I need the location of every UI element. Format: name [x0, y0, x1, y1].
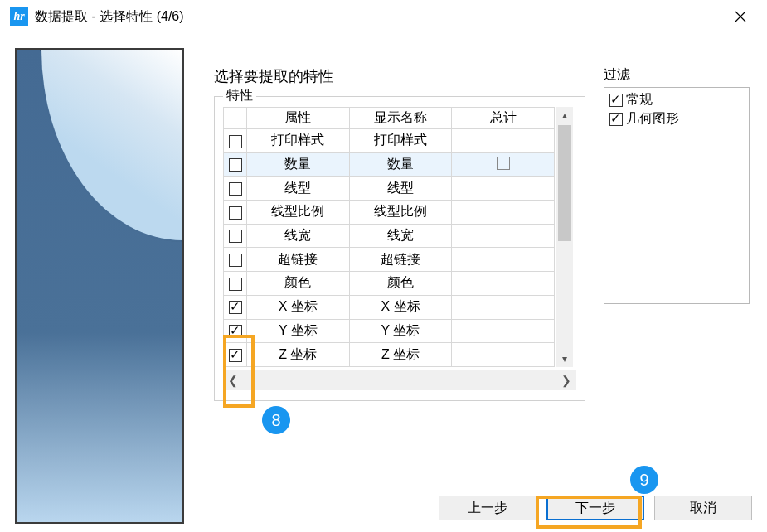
row-checkbox[interactable]: [229, 254, 242, 267]
footer-buttons: 上一步 下一步 取消: [439, 496, 752, 520]
cell-disp: X 坐标: [349, 295, 452, 319]
cell-total: [452, 319, 555, 343]
table-row[interactable]: 线型线型: [224, 177, 555, 201]
content-area: 选择要提取的特性 特性 属性 显示名称 总计 打印样式打印样式数量数量线型线型线…: [15, 48, 752, 484]
row-checkbox[interactable]: [229, 158, 242, 172]
filter-label: 过滤: [604, 66, 750, 84]
cell-total: [452, 248, 555, 272]
table-row[interactable]: X 坐标X 坐标: [224, 295, 555, 319]
scroll-thumb[interactable]: [558, 125, 571, 241]
window-title: 数据提取 - 选择特性 (4/6): [35, 8, 184, 26]
filter-item[interactable]: 常规: [609, 91, 744, 109]
scroll-down-icon[interactable]: ▾: [556, 351, 573, 367]
table-row[interactable]: 打印样式打印样式: [224, 129, 555, 153]
cell-disp: 打印样式: [349, 129, 452, 153]
col-check: [224, 108, 247, 129]
scroll-up-icon[interactable]: ▴: [556, 107, 573, 123]
cell-attr: 数量: [247, 152, 350, 177]
cancel-button[interactable]: 取消: [654, 496, 752, 520]
table-header-row: 属性 显示名称 总计: [224, 108, 555, 129]
filter-item-label: 几何图形: [626, 110, 679, 128]
table-row[interactable]: Y 坐标Y 坐标: [224, 319, 555, 343]
close-icon: [735, 11, 746, 22]
horizontal-scrollbar[interactable]: ❮ ❯: [223, 370, 576, 390]
callout-marker-9: 9: [630, 466, 658, 494]
scroll-left-icon[interactable]: ❮: [223, 370, 243, 390]
row-checkbox[interactable]: [229, 206, 242, 220]
properties-table: 属性 显示名称 总计 打印样式打印样式数量数量线型线型线型比例线型比例线宽线宽超…: [223, 107, 555, 367]
cell-attr: 超链接: [247, 248, 350, 272]
row-checkbox[interactable]: [229, 349, 242, 362]
table-row[interactable]: 数量数量: [224, 152, 555, 177]
row-checkbox[interactable]: [229, 278, 242, 291]
scroll-right-icon[interactable]: ❯: [556, 370, 576, 390]
table-row[interactable]: Z 坐标Z 坐标: [224, 343, 555, 367]
app-icon: hr: [10, 7, 28, 26]
cell-disp: 超链接: [349, 248, 452, 272]
row-checkbox[interactable]: [229, 182, 242, 196]
properties-groupbox: 特性 属性 显示名称 总计 打印样式打印样式数量数量线型线型线型比例线型比例线宽…: [214, 96, 585, 401]
cell-total: [452, 272, 555, 296]
page-curl-icon: [41, 50, 182, 240]
table-row[interactable]: 线型比例线型比例: [224, 201, 555, 225]
callout-marker-8: 8: [262, 406, 290, 434]
cell-total: [452, 152, 555, 177]
row-checkbox[interactable]: [229, 135, 242, 148]
vertical-scrollbar[interactable]: ▴ ▾: [556, 107, 573, 367]
titlebar: hr 数据提取 - 选择特性 (4/6): [0, 0, 767, 30]
properties-table-wrap: 属性 显示名称 总计 打印样式打印样式数量数量线型线型线型比例线型比例线宽线宽超…: [223, 107, 576, 367]
filter-checkbox[interactable]: [609, 113, 623, 126]
col-disp: 显示名称: [349, 108, 452, 129]
cell-attr: Z 坐标: [247, 343, 350, 367]
row-checkbox[interactable]: [229, 230, 242, 243]
row-checkbox[interactable]: [229, 325, 242, 338]
cell-attr: 线宽: [247, 224, 350, 248]
prev-button[interactable]: 上一步: [439, 496, 536, 520]
cell-total: [452, 224, 555, 248]
close-button[interactable]: [724, 5, 757, 28]
filter-list: 常规几何图形: [604, 87, 750, 304]
cell-attr: 颜色: [247, 272, 350, 296]
cell-attr: Y 坐标: [247, 319, 350, 343]
cell-attr: 线型比例: [247, 201, 350, 225]
cell-attr: 打印样式: [247, 129, 350, 153]
filter-checkbox[interactable]: [609, 94, 623, 107]
table-row[interactable]: 颜色颜色: [224, 272, 555, 296]
cell-disp: 线宽: [349, 224, 452, 248]
cell-total: [452, 295, 555, 319]
table-row[interactable]: 超链接超链接: [224, 248, 555, 272]
col-attr: 属性: [247, 108, 350, 129]
cell-disp: Y 坐标: [349, 319, 452, 343]
cell-disp: 线型: [349, 177, 452, 201]
filter-panel: 过滤 常规几何图形: [604, 66, 750, 315]
cell-disp: Z 坐标: [349, 343, 452, 367]
cell-attr: X 坐标: [247, 295, 350, 319]
table-row[interactable]: 线宽线宽: [224, 224, 555, 248]
cell-disp: 数量: [349, 152, 452, 177]
total-checkbox[interactable]: [497, 157, 510, 170]
cell-disp: 颜色: [349, 272, 452, 296]
right-panel: 选择要提取的特性 特性 属性 显示名称 总计 打印样式打印样式数量数量线型线型线…: [214, 66, 752, 401]
scroll-track[interactable]: [243, 370, 556, 390]
cell-disp: 线型比例: [349, 201, 452, 225]
col-total: 总计: [452, 108, 555, 129]
preview-pane: [15, 48, 184, 524]
filter-item-label: 常规: [626, 91, 653, 109]
cell-total: [452, 201, 555, 225]
filter-item[interactable]: 几何图形: [609, 110, 744, 128]
cell-total: [452, 177, 555, 201]
row-checkbox[interactable]: [229, 301, 242, 314]
cell-total: [452, 129, 555, 153]
cell-total: [452, 343, 555, 367]
groupbox-label: 特性: [223, 87, 256, 104]
next-button[interactable]: 下一步: [546, 496, 644, 520]
cell-attr: 线型: [247, 177, 350, 201]
